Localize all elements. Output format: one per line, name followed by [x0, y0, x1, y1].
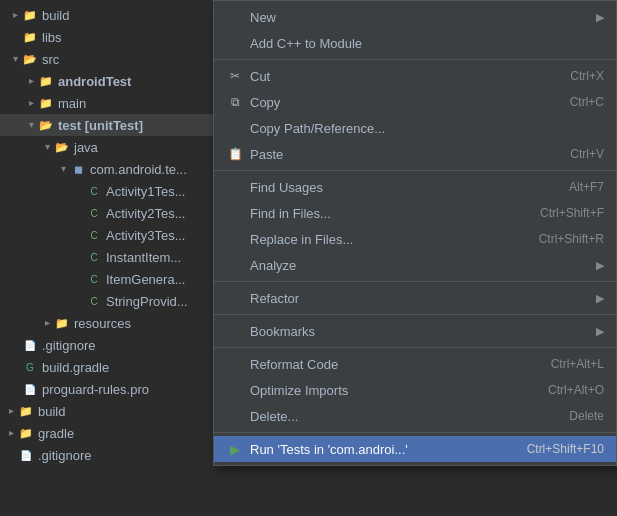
menu-item-delete-label: Delete...	[250, 409, 549, 424]
arrow-icon: ▶	[596, 292, 604, 305]
file-icon: C	[86, 249, 102, 265]
copy-path-icon	[226, 119, 244, 137]
tree-item-gradle[interactable]: 📁 gradle	[0, 422, 213, 444]
delete-icon	[226, 407, 244, 425]
menu-item-run-tests-label: Run 'Tests in 'com.androi...'	[250, 442, 507, 457]
folder-icon: 📁	[54, 315, 70, 331]
menu-item-analyze-label: Analyze	[250, 258, 588, 273]
arrow-icon: ▶	[596, 259, 604, 272]
menu-item-add-cpp[interactable]: Add C++ to Module	[214, 30, 616, 56]
menu-item-reformat-label: Reformat Code	[250, 357, 531, 372]
tree-label: .gitignore	[38, 448, 91, 463]
tree-label: Activity1Tes...	[106, 184, 185, 199]
menu-item-refactor[interactable]: Refactor ▶	[214, 285, 616, 311]
menu-item-analyze[interactable]: Analyze ▶	[214, 252, 616, 278]
tree-item-gitignore2[interactable]: ▸ 📄 .gitignore	[0, 444, 213, 466]
tree-label: java	[74, 140, 98, 155]
tree-label: com.android.te...	[90, 162, 187, 177]
paste-icon: 📋	[226, 145, 244, 163]
folder-icon: 📁	[38, 73, 54, 89]
tree-item-src[interactable]: 📂 src	[0, 48, 213, 70]
menu-item-cut-label: Cut	[250, 69, 550, 84]
menu-item-copy[interactable]: ⧉ Copy Ctrl+C	[214, 89, 616, 115]
run-tests-shortcut: Ctrl+Shift+F10	[507, 442, 604, 456]
menu-item-cut[interactable]: ✂ Cut Ctrl+X	[214, 63, 616, 89]
tree-item-test[interactable]: 📂 test [unitTest]	[0, 114, 213, 136]
tree-item-build2[interactable]: 📁 build	[0, 400, 213, 422]
tree-item-java[interactable]: 📂 java	[0, 136, 213, 158]
tree-item-resources[interactable]: 📁 resources	[0, 312, 213, 334]
tree-label: StringProvid...	[106, 294, 188, 309]
find-usages-icon	[226, 178, 244, 196]
menu-item-copy-path-label: Copy Path/Reference...	[250, 121, 604, 136]
arrow-icon	[24, 96, 38, 110]
menu-item-paste[interactable]: 📋 Paste Ctrl+V	[214, 141, 616, 167]
arrow-icon	[8, 8, 22, 22]
menu-item-bookmarks[interactable]: Bookmarks ▶	[214, 318, 616, 344]
menu-item-refactor-label: Refactor	[250, 291, 588, 306]
tree-item-build-gradle[interactable]: ▸ G build.gradle	[0, 356, 213, 378]
tree-item-activity1[interactable]: ▸ C Activity1Tes...	[0, 180, 213, 202]
tree-item-androidtest[interactable]: 📁 androidTest	[0, 70, 213, 92]
menu-item-copy-path[interactable]: Copy Path/Reference...	[214, 115, 616, 141]
tree-item-package[interactable]: ◼ com.android.te...	[0, 158, 213, 180]
folder-icon: 📂	[54, 139, 70, 155]
tree-item-main[interactable]: 📁 main	[0, 92, 213, 114]
tree-item-activity2[interactable]: ▸ C Activity2Tes...	[0, 202, 213, 224]
tree-item-libs[interactable]: ▸ 📁 libs	[0, 26, 213, 48]
menu-item-new-label: New	[250, 10, 588, 25]
tree-label: Activity3Tes...	[106, 228, 185, 243]
tree-item-itemgenera[interactable]: ▸ C ItemGenera...	[0, 268, 213, 290]
find-in-files-shortcut: Ctrl+Shift+F	[520, 206, 604, 220]
menu-item-paste-label: Paste	[250, 147, 550, 162]
file-icon: 📄	[22, 381, 38, 397]
folder-icon: 📁	[18, 403, 34, 419]
arrow-icon	[8, 52, 22, 66]
tree-label: libs	[42, 30, 62, 45]
menu-section-new: New ▶ Add C++ to Module	[214, 1, 616, 60]
menu-section-bookmarks: Bookmarks ▶	[214, 315, 616, 348]
run-icon: ▶	[226, 440, 244, 458]
menu-item-reformat-code[interactable]: Reformat Code Ctrl+Alt+L	[214, 351, 616, 377]
refactor-icon	[226, 289, 244, 307]
cut-shortcut: Ctrl+X	[550, 69, 604, 83]
folder-icon: 📂	[22, 51, 38, 67]
menu-item-bookmarks-label: Bookmarks	[250, 324, 588, 339]
menu-item-delete[interactable]: Delete... Delete	[214, 403, 616, 429]
scissors-icon: ✂	[226, 67, 244, 85]
replace-in-files-shortcut: Ctrl+Shift+R	[519, 232, 604, 246]
tree-label: test [unitTest]	[58, 118, 143, 133]
paste-shortcut: Ctrl+V	[550, 147, 604, 161]
folder-icon: 📁	[22, 7, 38, 23]
menu-section-refactor: Refactor ▶	[214, 282, 616, 315]
tree-item-build[interactable]: 📁 build	[0, 4, 213, 26]
file-icon: G	[22, 359, 38, 375]
file-icon: C	[86, 293, 102, 309]
context-menu: New ▶ Add C++ to Module ✂ Cut Ctrl+X ⧉ C…	[213, 0, 617, 466]
file-icon: C	[86, 271, 102, 287]
tree-item-activity3[interactable]: ▸ C Activity3Tes...	[0, 224, 213, 246]
tree-item-instantitem[interactable]: ▸ C InstantItem...	[0, 246, 213, 268]
arrow-icon: ▶	[596, 325, 604, 338]
menu-item-run-tests[interactable]: ▶ Run 'Tests in 'com.androi...' Ctrl+Shi…	[214, 436, 616, 462]
tree-item-stringprovid[interactable]: ▸ C StringProvid...	[0, 290, 213, 312]
menu-item-optimize-imports[interactable]: Optimize Imports Ctrl+Alt+O	[214, 377, 616, 403]
tree-label: Activity2Tes...	[106, 206, 185, 221]
menu-item-find-usages[interactable]: Find Usages Alt+F7	[214, 174, 616, 200]
menu-item-find-in-files[interactable]: Find in Files... Ctrl+Shift+F	[214, 200, 616, 226]
menu-item-find-in-files-label: Find in Files...	[250, 206, 520, 221]
optimize-shortcut: Ctrl+Alt+O	[528, 383, 604, 397]
tree-item-proguard[interactable]: ▸ 📄 proguard-rules.pro	[0, 378, 213, 400]
menu-item-optimize-label: Optimize Imports	[250, 383, 528, 398]
menu-item-new[interactable]: New ▶	[214, 4, 616, 30]
add-cpp-icon	[226, 34, 244, 52]
menu-item-replace-in-files-label: Replace in Files...	[250, 232, 519, 247]
menu-item-add-cpp-label: Add C++ to Module	[250, 36, 604, 51]
file-icon: 📄	[22, 337, 38, 353]
menu-section-code: Reformat Code Ctrl+Alt+L Optimize Import…	[214, 348, 616, 433]
arrow-icon	[24, 74, 38, 88]
tree-label: build	[38, 404, 65, 419]
tree-item-gitignore1[interactable]: ▸ 📄 .gitignore	[0, 334, 213, 356]
menu-item-replace-in-files[interactable]: Replace in Files... Ctrl+Shift+R	[214, 226, 616, 252]
menu-section-clipboard: ✂ Cut Ctrl+X ⧉ Copy Ctrl+C Copy Path/Ref…	[214, 60, 616, 171]
